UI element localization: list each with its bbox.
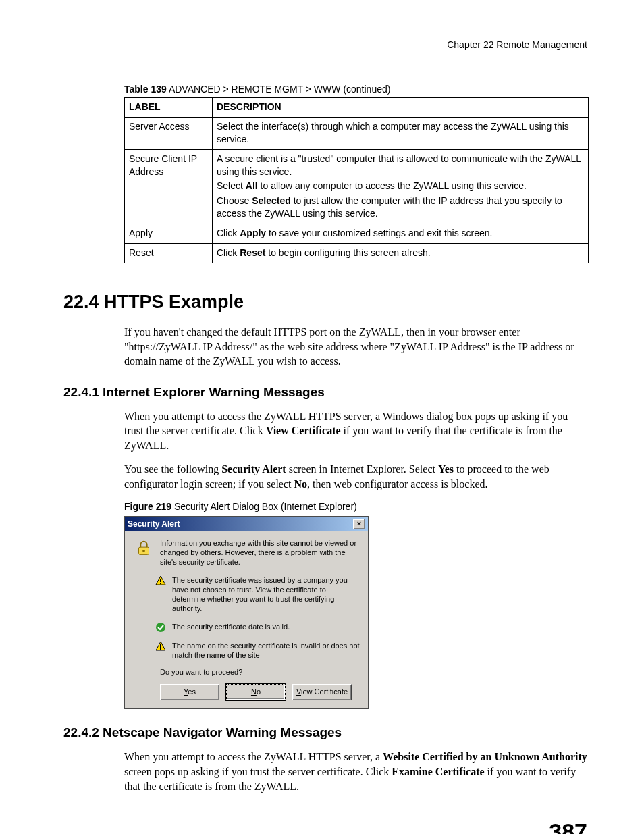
table-header-description: DESCRIPTION (213, 98, 589, 118)
figure-text: Security Alert Dialog Box (Internet Expl… (171, 501, 357, 512)
heading-22-4: 22.4 HTTPS Example (63, 292, 587, 313)
table-row: Server Access Select the interface(s) th… (125, 117, 589, 149)
paragraph: You see the following Security Alert scr… (124, 462, 587, 491)
warning-icon (153, 641, 168, 652)
table-caption-text: ADVANCED > REMOTE MGMT > WWW (continued) (167, 84, 391, 95)
table-caption-number: Table 139 (124, 84, 167, 95)
cell-label: Server Access (125, 117, 213, 149)
header-rule (57, 68, 587, 68)
desc-text: Click Apply to save your customized sett… (217, 227, 584, 240)
dialog-main-message: Information you exchange with this site … (160, 538, 360, 567)
cell-label: Apply (125, 224, 213, 244)
no-button[interactable]: No (226, 684, 286, 700)
view-certificate-button[interactable]: View Certificate (292, 684, 352, 700)
cell-label: Secure Client IP Address (125, 149, 213, 224)
dialog-warn2: The name on the security certificate is … (172, 641, 360, 660)
dialog-question: Do you want to proceed? (160, 668, 360, 676)
check-icon (153, 622, 168, 633)
table-row: Apply Click Apply to save your customize… (125, 224, 589, 244)
svg-rect-7 (160, 644, 161, 648)
close-icon[interactable]: × (353, 519, 365, 529)
desc-text: Select All to allow any computer to acce… (217, 180, 584, 192)
cell-label: Reset (125, 244, 213, 263)
paragraph: If you haven't changed the default HTTPS… (124, 325, 587, 369)
table-row: Secure Client IP Address A secure client… (125, 149, 589, 224)
yes-button[interactable]: Yes (160, 684, 219, 700)
cell-desc: Click Apply to save your customized sett… (213, 224, 589, 244)
figure-caption: Figure 219 Security Alert Dialog Box (In… (124, 501, 587, 512)
table-row: Reset Click Reset to begin configuring t… (125, 244, 589, 263)
cell-desc: Click Reset to begin configuring this sc… (213, 244, 589, 263)
cell-desc: Select the interface(s) through which a … (213, 117, 589, 149)
chapter-header: Chapter 22 Remote Management (57, 39, 587, 50)
dialog-ok: The security certificate date is valid. (172, 622, 360, 631)
desc-text: A secure client is a "trusted" computer … (217, 153, 584, 178)
heading-22-4-1: 22.4.1 Internet Explorer Warning Message… (63, 385, 587, 400)
desc-text: Select the interface(s) through which a … (217, 120, 584, 146)
paragraph: When you attempt to access the ZyWALL HT… (124, 750, 587, 793)
dialog-title: Security Alert (128, 519, 180, 529)
heading-22-4-2: 22.4.2 Netscape Navigator Warning Messag… (63, 725, 587, 740)
figure-number: Figure 219 (124, 501, 171, 512)
dialog-titlebar: Security Alert × (125, 517, 368, 531)
table-caption: Table 139 ADVANCED > REMOTE MGMT > WWW (… (124, 84, 587, 95)
page-number: 387 (549, 818, 587, 834)
table-header-label: LABEL (125, 98, 213, 118)
table-advanced-remote-mgmt: LABEL DESCRIPTION Server Access Select t… (124, 97, 589, 263)
svg-rect-8 (160, 648, 161, 650)
svg-rect-4 (160, 583, 161, 584)
desc-text: Click Reset to begin configuring this sc… (217, 246, 584, 259)
svg-point-1 (142, 550, 145, 552)
security-alert-dialog: Security Alert × Information you exchang… (124, 516, 369, 710)
lock-icon (133, 538, 155, 558)
svg-rect-3 (160, 579, 161, 582)
paragraph: When you attempt to access the ZyWALL HT… (124, 409, 587, 453)
dialog-warn1: The security certificate was issued by a… (172, 575, 360, 614)
svg-point-5 (156, 623, 165, 632)
page-footer: ZyWALL 2WG User's Guide 387 (57, 814, 587, 834)
desc-text: Choose Selected to just allow the comput… (217, 194, 584, 220)
warning-icon (153, 575, 168, 586)
cell-desc: A secure client is a "trusted" computer … (213, 149, 589, 224)
